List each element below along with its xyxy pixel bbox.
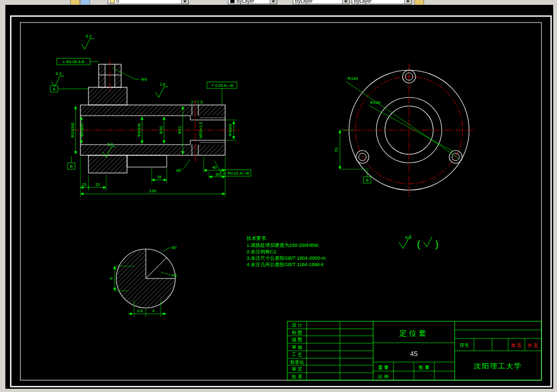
- dim-label: 8: [109, 277, 114, 280]
- layer-state-icon: [110, 0, 115, 3]
- dim-label: 40: [212, 165, 217, 170]
- notes-item: 4.未注几何公差按GB/T 1184-1996-k: [247, 262, 324, 267]
- datum-label: A: [53, 87, 55, 92]
- notes-item: 2.未注倒角C2.: [247, 249, 278, 254]
- dim-label: 70: [334, 147, 339, 152]
- drawing-canvas[interactable]: Φ100h6 Φ74H7 Φ60H8 Φ30 Φ62 M50×1.5 Φ40h6…: [0, 0, 557, 392]
- dim-label: 4: [152, 308, 154, 313]
- weight-label: 重 量: [378, 365, 389, 370]
- dim-label: M50×1.5: [198, 122, 203, 139]
- layer-properties-icon[interactable]: [80, 0, 90, 5]
- hatch-fill: [88, 87, 127, 105]
- material: 45: [410, 350, 418, 358]
- dropdown-arrow-icon[interactable]: [404, 0, 411, 4]
- dropdown-arrow-icon[interactable]: [270, 0, 277, 4]
- dim-label: 8: [200, 100, 203, 104]
- dim-label: 0.6: [137, 308, 143, 313]
- title-row-label: 批 准: [291, 374, 302, 379]
- color-combo[interactable]: ByLayer: [228, 0, 277, 4]
- dim-label: Φ190: [370, 100, 381, 105]
- roughness-value: 6.3: [56, 71, 61, 76]
- sheet-no-label: 第 页: [511, 343, 521, 348]
- model-space[interactable]: [5, 4, 553, 389]
- layers-dialog-icon[interactable]: [70, 0, 80, 5]
- university-name: 沈阳理工大学: [473, 362, 522, 370]
- layer-combo[interactable]: 0: [108, 0, 189, 4]
- hatch-fill: [99, 64, 105, 87]
- roughness-value: 6.3: [405, 235, 412, 240]
- dim-label: R3: [172, 273, 177, 278]
- color-combo-value: ByLayer: [236, 0, 254, 4]
- roughness-value: 1.6: [160, 82, 165, 87]
- quantity-label: 数 量: [419, 365, 429, 370]
- notes-item: 3.未注尺寸公差按GB/T 1804-2000-m: [247, 255, 325, 261]
- dim-label: 28: [157, 175, 161, 179]
- dim-label: Φ154: [347, 76, 358, 81]
- dim-label: 15: [82, 182, 86, 187]
- dim-label: 33: [95, 182, 100, 187]
- dim-label: Φ74H7: [80, 123, 85, 137]
- dim-label: Φ60H8: [137, 123, 142, 137]
- title-row-label: 标准化: [290, 359, 304, 365]
- title-row-label: 审 定: [292, 366, 302, 372]
- dim-label: 130: [149, 189, 157, 193]
- hatch-fill: [80, 105, 225, 116]
- dim-label: Φ9: [141, 77, 147, 82]
- dim-label: Φ100h6: [70, 122, 75, 138]
- lineweight-combo[interactable]: ByLayer: [352, 0, 412, 4]
- part-name: 定位套: [399, 329, 428, 337]
- gdt-label: ◎ Φ0.02 A—B: [223, 171, 249, 176]
- gdt-label: ↗ 0.03 A—B: [211, 83, 233, 88]
- title-row-label: 审 核: [292, 344, 302, 350]
- dim-label: Φ62: [177, 126, 182, 134]
- toolbar-extra-icon[interactable]: [414, 0, 424, 5]
- dim-label: Φ40h6: [228, 123, 233, 137]
- roughness-value: 6.3: [107, 142, 113, 147]
- linetype-combo-value: ByLayer: [295, 0, 313, 4]
- dim-label: 30: [216, 172, 220, 177]
- paren-open: (: [417, 239, 420, 250]
- datum-label: B: [366, 178, 368, 183]
- sheet-total-label: 共 页: [527, 343, 538, 348]
- paren-close: ): [435, 239, 439, 250]
- top-toolbar: 0 ByLayer ByLayer ByLayer: [0, 0, 557, 5]
- hatch-fill: [88, 155, 127, 173]
- roughness-value: 6.3: [86, 34, 91, 39]
- title-row-label: 工 艺: [291, 352, 302, 357]
- dim-label: Φ30: [159, 126, 164, 134]
- datum-label: B: [70, 164, 72, 169]
- title-row-label: 设 计: [292, 322, 302, 328]
- color-swatch-icon: [230, 0, 235, 3]
- scale-label: 比 例: [378, 374, 388, 379]
- lineweight-combo-value: ByLayer: [354, 0, 372, 4]
- title-row-label: 制 图: [292, 330, 302, 335]
- linetype-combo[interactable]: ByLayer: [293, 0, 350, 4]
- dim-label: 45°: [171, 245, 177, 250]
- hatch-fill: [80, 145, 225, 155]
- layer-combo-value: 0: [116, 0, 119, 4]
- dropdown-arrow-icon[interactable]: [181, 0, 188, 4]
- gdt-label: ⌖ Φ0.05 A B: [63, 59, 85, 64]
- title-row-label: 描 图: [292, 337, 302, 342]
- serial-label: 序号: [460, 343, 470, 348]
- hatch-fill: [115, 64, 121, 87]
- dropdown-arrow-icon[interactable]: [342, 0, 349, 4]
- notes-title: 技术要求:: [246, 236, 268, 241]
- dim-label: 45°: [176, 168, 182, 173]
- notes-item: 1.调质处理后硬度为230-250HBW,: [247, 243, 320, 248]
